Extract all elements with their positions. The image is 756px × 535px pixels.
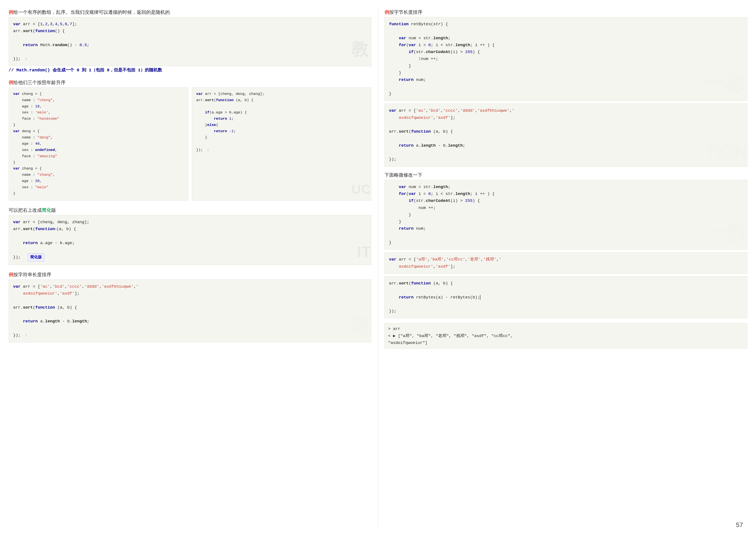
random-note: // Math.random() 会生成一个 0 到 1（包括 0，但是不包括 … [9, 67, 371, 73]
example-tag-r1: 例 [385, 10, 389, 15]
section-age-text: 给他们三个按照年龄升序 [14, 80, 66, 85]
section-bytes-label: 例按字节长度排序 [385, 9, 747, 16]
section-modify-label: 下面略微修改一下 [385, 171, 747, 179]
section-bytes-sort: 例按字节长度排序 function retBytes(str) { var nu… [385, 9, 747, 167]
section-random: 例给一个有序的数组，乱序。当我们没规律可以遵循的时候，返回的是随机的 var a… [9, 9, 371, 73]
left-column: 例给一个有序的数组，乱序。当我们没规律可以遵循的时候，返回的是随机的 var a… [9, 9, 378, 526]
example-tag-3: 例 [9, 272, 14, 277]
code-objects: var cheng = { name : "cheng", age : 18, … [9, 87, 188, 201]
age-sort-two-col: var cheng = { name : "cheng", age : 18, … [9, 87, 371, 201]
section-simplify-label: 可以把右上改成简化版 [9, 207, 371, 214]
code-chinese-arr: var arr = ['a邓','ba邓','cc邓cc','老邓','残邓',… [385, 252, 747, 274]
page-number: 57 [736, 521, 743, 528]
code-simplify: var arr = [cheng, deng, zhang]; arr.sort… [9, 215, 371, 265]
section-strlen-label: 例按字符串长度排序 [9, 271, 371, 278]
simplify-highlight: 简化 [42, 208, 51, 213]
section-random-text: 给一个有序的数组，乱序。当我们没规律可以遵循的时候，返回的是随机的 [14, 10, 170, 15]
section-random-label: 例给一个有序的数组，乱序。当我们没规律可以遵循的时候，返回的是随机的 [9, 9, 371, 16]
code-retbytes-fn: function retBytes(str) { var num = str.l… [385, 17, 747, 101]
simplify-badge: 简化版 [28, 253, 44, 261]
section-strlen-sort: 例按字符串长度排序 var arr = ['ac','bcd','cccc','… [9, 271, 371, 342]
console-output: > arr < ▶ ["a邓", "ba邓", "老邓", "残邓", "asd… [385, 323, 747, 349]
section-strlen-text: 按字符串长度排序 [14, 272, 51, 277]
section-simplify: 可以把右上改成简化版 var arr = [cheng, deng, zhang… [9, 207, 371, 265]
example-tag-1: 例 [9, 10, 14, 15]
console-line-2: < ▶ ["a邓", "ba邓", "老邓", "残邓", "asdf", "c… [388, 332, 744, 339]
section-bytes-text: 按字节长度排序 [389, 10, 422, 15]
code-age-sort: var arr = [cheng, deng, zhang]; arr.sort… [192, 87, 371, 201]
code-random: var arr = [1,2,3,4,5,6,7]; arr.sort(func… [9, 17, 371, 66]
right-column: 例按字节长度排序 function retBytes(str) { var nu… [378, 9, 747, 526]
console-line-3: "asdoifqwoeiur"] [388, 339, 744, 346]
console-line-1: > arr [388, 325, 744, 332]
modify-text: 下面略微修改一下 [385, 172, 422, 178]
code-strlen-sort: var arr = ['ac','bcd','cccc','dddd','asd… [9, 279, 371, 342]
page-container: 例给一个有序的数组，乱序。当我们没规律可以遵循的时候，返回的是随机的 var a… [0, 0, 756, 535]
simplify-text2: 版 [51, 208, 56, 213]
code-retbytes-sort: arr.sort(function (a, b) { return retByt… [385, 276, 747, 318]
section-console: > arr < ▶ ["a邓", "ba邓", "老邓", "残邓", "asd… [385, 323, 747, 349]
simplify-text: 可以把右上改成 [9, 208, 42, 213]
section-age-sort: 例给他们三个按照年龄升序 var cheng = { name : "cheng… [9, 79, 371, 201]
code-modified-fn: var num = str.length; for(var i = 0; i <… [385, 180, 747, 250]
section-age-label: 例给他们三个按照年龄升序 [9, 79, 371, 86]
example-tag-2: 例 [9, 80, 14, 85]
section-modify: 下面略微修改一下 var num = str.length; for(var i… [385, 171, 747, 319]
code-bytes-arr: var arr = ['ac','bcd','cccc','dddd','asd… [385, 103, 747, 166]
